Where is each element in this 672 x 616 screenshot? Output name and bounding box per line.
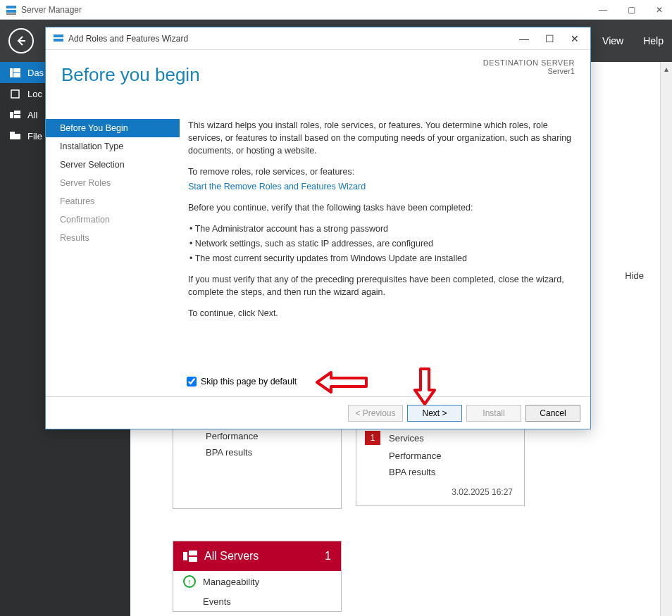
svg-rect-17 bbox=[54, 39, 63, 42]
intro-text: This wizard helps you install roles, rol… bbox=[188, 119, 576, 157]
svg-rect-8 bbox=[10, 112, 13, 118]
all-servers-row[interactable]: ↑ Manageability bbox=[173, 571, 341, 592]
tile-right: 1 Services Performance BPA results 3.02.… bbox=[356, 428, 525, 506]
svg-rect-12 bbox=[10, 132, 15, 134]
svg-rect-10 bbox=[14, 115, 20, 118]
tile-timestamp: 3.02.2025 16:27 bbox=[356, 480, 524, 500]
minimize-button[interactable]: — bbox=[596, 5, 610, 15]
tile-row[interactable]: BPA results bbox=[356, 464, 524, 480]
svg-rect-9 bbox=[14, 111, 20, 114]
all-servers-count: 1 bbox=[325, 550, 331, 562]
sidebar-item-label: All bbox=[27, 110, 37, 120]
step-server-roles: Server Roles bbox=[46, 174, 180, 192]
svg-rect-16 bbox=[54, 34, 63, 37]
tile-row[interactable]: BPA results bbox=[173, 444, 341, 460]
manageability-up-icon: ↑ bbox=[183, 575, 196, 588]
install-button: Install bbox=[466, 405, 521, 422]
bullet-item: The most current security updates from W… bbox=[189, 252, 576, 265]
bullet-item: The Administrator account has a strong p… bbox=[189, 222, 576, 235]
tile-row[interactable]: 1 Services bbox=[356, 428, 524, 448]
dialog-title: Add Roles and Features Wizard bbox=[68, 34, 516, 44]
svg-rect-0 bbox=[6, 6, 16, 8]
maximize-button[interactable]: ▢ bbox=[624, 5, 638, 15]
verify-label: Before you continue, verify that the fol… bbox=[188, 201, 576, 214]
hide-link[interactable]: Hide bbox=[625, 270, 644, 281]
file-services-icon bbox=[10, 132, 20, 141]
dialog-close-button[interactable]: ✕ bbox=[566, 33, 583, 44]
all-servers-tile: All Servers 1 ↑ Manageability Events bbox=[173, 541, 342, 612]
step-confirmation: Confirmation bbox=[46, 210, 180, 229]
svg-rect-6 bbox=[13, 73, 20, 77]
sidebar-item-label: File bbox=[27, 131, 42, 142]
add-roles-wizard-dialog: Add Roles and Features Wizard — ☐ ✕ Befo… bbox=[45, 27, 591, 429]
svg-rect-15 bbox=[189, 557, 197, 562]
tile-left: Performance BPA results bbox=[173, 428, 342, 509]
main-titlebar: Server Manager — ▢ ✕ bbox=[0, 0, 672, 20]
row-label: Manageability bbox=[203, 577, 259, 587]
dialog-titlebar: Add Roles and Features Wizard — ☐ ✕ bbox=[46, 27, 590, 50]
svg-rect-7 bbox=[11, 90, 19, 98]
continue-label: To continue, click Next. bbox=[188, 307, 576, 320]
dialog-minimize-button[interactable]: — bbox=[516, 33, 533, 44]
back-button[interactable] bbox=[8, 28, 34, 54]
topnav-view[interactable]: View bbox=[602, 35, 623, 46]
next-button[interactable]: Next > bbox=[407, 405, 462, 422]
main-window-title: Server Manager bbox=[21, 5, 596, 15]
all-servers-row[interactable]: Events bbox=[173, 592, 341, 611]
tile-row-label: BPA results bbox=[389, 467, 435, 477]
dashboard-icon bbox=[10, 68, 20, 77]
scrollbar[interactable]: ▴ bbox=[660, 62, 672, 616]
servers-icon bbox=[10, 111, 20, 120]
all-servers-title: All Servers bbox=[204, 550, 259, 562]
remove-roles-link[interactable]: Start the Remove Roles and Features Wiza… bbox=[188, 182, 366, 191]
step-server-selection[interactable]: Server Selection bbox=[46, 156, 180, 174]
row-label: Events bbox=[203, 596, 231, 607]
skip-page-option[interactable]: Skip this page by default bbox=[187, 377, 297, 386]
remove-label: To remove roles, role services, or featu… bbox=[188, 165, 576, 178]
svg-rect-14 bbox=[189, 551, 197, 555]
svg-rect-5 bbox=[13, 68, 20, 73]
step-features: Features bbox=[46, 192, 180, 210]
alert-badge: 1 bbox=[365, 431, 380, 445]
wizard-main-text: This wizard helps you install roles, rol… bbox=[180, 119, 590, 395]
destination-label: DESTINATION SERVER bbox=[483, 58, 575, 67]
destination-value: Server1 bbox=[483, 67, 575, 75]
arrow-left-icon bbox=[15, 34, 27, 47]
step-installation-type[interactable]: Installation Type bbox=[46, 137, 180, 156]
destination-server-info: DESTINATION SERVER Server1 bbox=[483, 58, 575, 75]
scroll-up-icon[interactable]: ▴ bbox=[661, 62, 672, 76]
tile-row-label: Services bbox=[389, 433, 424, 444]
bullet-item: Network settings, such as static IP addr… bbox=[189, 237, 576, 250]
wizard-steps: Before You Begin Installation Type Serve… bbox=[46, 119, 180, 395]
wizard-icon bbox=[53, 33, 64, 44]
svg-rect-11 bbox=[10, 134, 20, 139]
tile-row-label: BPA results bbox=[206, 447, 252, 458]
server-icon bbox=[10, 89, 20, 99]
tile-row[interactable]: Performance bbox=[356, 448, 524, 464]
servers-icon bbox=[183, 551, 197, 562]
skip-label: Skip this page by default bbox=[201, 377, 297, 386]
close-button[interactable]: ✕ bbox=[652, 5, 666, 15]
svg-rect-1 bbox=[6, 10, 16, 13]
server-manager-icon bbox=[6, 4, 17, 15]
tile-row[interactable]: Performance bbox=[173, 428, 341, 444]
cancel-button[interactable]: Cancel bbox=[525, 405, 580, 422]
verify-paragraph: If you must verify that any of the prece… bbox=[188, 273, 576, 298]
skip-checkbox[interactable] bbox=[187, 377, 197, 386]
sidebar-item-label: Loc bbox=[27, 89, 42, 99]
previous-button: < Previous bbox=[348, 405, 403, 422]
topnav-help[interactable]: Help bbox=[643, 35, 664, 46]
dialog-maximize-button[interactable]: ☐ bbox=[541, 33, 558, 44]
sidebar-item-label: Das bbox=[27, 68, 44, 78]
svg-rect-4 bbox=[10, 68, 13, 77]
step-before-you-begin[interactable]: Before You Begin bbox=[46, 119, 180, 137]
all-servers-header[interactable]: All Servers 1 bbox=[173, 541, 341, 571]
dialog-footer: < Previous Next > Install Cancel bbox=[46, 396, 590, 429]
tile-row-label: Performance bbox=[389, 451, 441, 461]
svg-rect-2 bbox=[6, 13, 16, 15]
svg-rect-13 bbox=[183, 552, 187, 560]
step-results: Results bbox=[46, 229, 180, 247]
tile-row-label: Performance bbox=[206, 431, 258, 441]
